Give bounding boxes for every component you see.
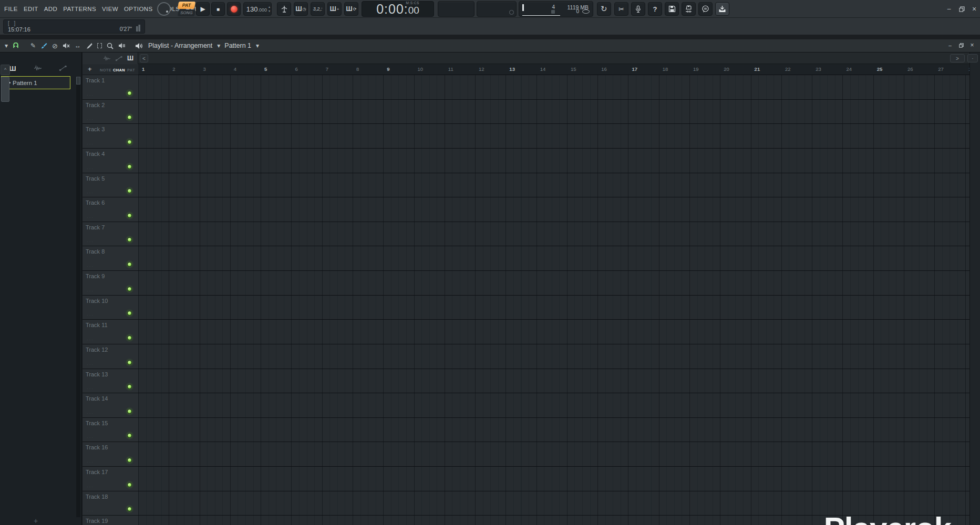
track-header-track-7[interactable]: Track 7··· [82,222,138,247]
feedback-button[interactable] [698,2,713,16]
add-track-button[interactable]: + [88,65,92,73]
track-mute-led[interactable] [127,409,132,414]
menu-item-view[interactable]: VIEW [102,6,118,12]
menu-item-add[interactable]: ADD [44,6,57,12]
grid-row-track-1[interactable] [138,75,969,100]
grid-row-track-2[interactable] [138,100,969,124]
tab-pat[interactable]: PAT [127,68,135,72]
slip-tool-button[interactable]: ↔ [75,42,81,49]
cpu-meter-panel[interactable] [477,1,517,17]
record-button[interactable] [227,2,241,16]
track-options-dots[interactable]: ··· [87,313,94,318]
grid-row-track-8[interactable] [138,246,969,271]
window-minimize-button[interactable]: – [945,5,953,13]
tab-note[interactable]: NOTE [100,68,111,72]
track-mute-led[interactable] [127,458,132,463]
tempo-display[interactable]: 130.000 ▴▾ [243,2,272,16]
track-options-dots[interactable]: ··· [87,411,94,416]
note-mode-icon[interactable] [103,56,111,61]
playback-tool-button[interactable] [118,43,126,49]
track-header-track-19[interactable]: Track 19··· [82,516,138,525]
playlist-snap-button[interactable] [13,43,19,49]
timeline-ruler[interactable]: 1234567891011121314151617181920212223242… [138,64,969,75]
track-options-dots[interactable]: ··· [87,485,94,489]
track-options-dots[interactable]: ··· [87,117,94,122]
track-mute-led[interactable] [127,311,132,316]
grid-row-track-11[interactable] [138,320,969,344]
track-mute-led[interactable] [127,384,132,389]
grid-row-track-14[interactable] [138,393,969,418]
time-display[interactable]: 0:00:00M:S:CS [362,1,434,17]
track-options-dots[interactable]: ··· [87,386,94,391]
track-header-track-11[interactable]: Track 11··· [82,320,138,344]
track-options-dots[interactable]: ··· [87,191,94,195]
track-mute-led[interactable] [127,482,132,487]
menu-item-edit[interactable]: EDIT [24,6,38,12]
playlist-grid[interactable] [138,75,969,525]
save-button[interactable] [665,2,679,16]
scroll-left-button[interactable]: < [140,54,148,62]
grid-row-track-7[interactable] [138,222,969,247]
vertical-scrollbar-thumb[interactable] [1,77,9,102]
delete-tool-button[interactable]: ⊘ [52,42,58,50]
window-close-button[interactable]: × [970,5,978,13]
playlist-restore-button[interactable] [957,41,965,49]
slice-tool-button[interactable] [86,43,92,49]
grid-row-track-9[interactable] [138,271,969,296]
pat-mode-icon[interactable]: Ш [127,55,133,62]
grid-row-track-3[interactable] [138,124,969,149]
track-header-track-3[interactable]: Track 3··· [82,124,138,149]
picker-scrollbar-thumb[interactable] [76,77,80,85]
help-button[interactable]: ? [648,2,662,16]
track-mute-led[interactable] [127,213,132,218]
grid-row-track-13[interactable] [138,369,969,394]
track-mute-led[interactable] [127,140,132,144]
grid-row-track-12[interactable] [138,344,969,369]
track-header-track-6[interactable]: Track 6··· [82,197,138,222]
track-options-dots[interactable]: ··· [87,93,94,98]
grid-row-track-16[interactable] [138,442,969,467]
track-options-dots[interactable]: ··· [87,215,94,220]
menu-item-options[interactable]: OPTIONS [124,6,153,12]
stop-button[interactable]: ■ [211,2,225,16]
scroll-up-button[interactable]: ^ [1,65,10,75]
play-button[interactable]: ▶ [196,2,210,16]
typing-keyboard-button[interactable]: Ш+ [327,2,342,16]
picker-tab-audio[interactable] [25,65,50,71]
countdown-button[interactable]: 3,2,: [311,2,325,16]
loop-record-button[interactable]: Ш⟳ [344,2,358,16]
track-options-dots[interactable]: ··· [87,338,94,342]
chan-mode-icon[interactable] [115,56,123,61]
grid-row-track-4[interactable] [138,149,969,173]
track-header-track-18[interactable]: Track 18··· [82,491,138,516]
scroll-right-button[interactable]: > [950,54,965,62]
save-new-version-button[interactable] [682,2,696,16]
add-pattern-picker-button[interactable]: + [30,517,41,525]
track-header-track-8[interactable]: Track 8··· [82,246,138,271]
playlist-menu-button[interactable]: ▾ [5,42,8,49]
grid-row-track-15[interactable] [138,418,969,443]
track-header-track-4[interactable]: Track 4··· [82,149,138,173]
track-header-track-14[interactable]: Track 14··· [82,393,138,418]
resource-monitor[interactable]: 4 1119 MB 0 [519,1,593,17]
track-header-track-13[interactable]: Track 13··· [82,369,138,394]
track-mute-led[interactable] [127,164,132,169]
playback-position-panel[interactable] [438,1,474,17]
track-header-track-1[interactable]: Track 1··· [82,75,138,100]
tempo-spinner[interactable]: ▴▾ [269,5,270,13]
grid-row-track-5[interactable] [138,173,969,198]
track-options-dots[interactable]: ··· [87,289,94,293]
song-mode-chip[interactable]: SONG [178,9,195,16]
track-mute-led[interactable] [127,507,132,511]
select-tool-button[interactable] [97,43,102,48]
grid-row-track-17[interactable] [138,467,969,491]
track-options-dots[interactable]: ··· [87,264,94,269]
record-audio-button[interactable] [631,2,645,16]
window-restore-button[interactable] [957,5,966,13]
track-options-dots[interactable]: ··· [87,435,94,440]
track-header-track-16[interactable]: Track 16··· [82,442,138,467]
pat-song-switch[interactable]: PAT SONG [178,2,195,16]
track-header-track-17[interactable]: Track 17··· [82,467,138,491]
pattern-dropdown[interactable]: ▾ [256,42,259,49]
wait-for-input-button[interactable]: Ш◷ [294,2,308,16]
